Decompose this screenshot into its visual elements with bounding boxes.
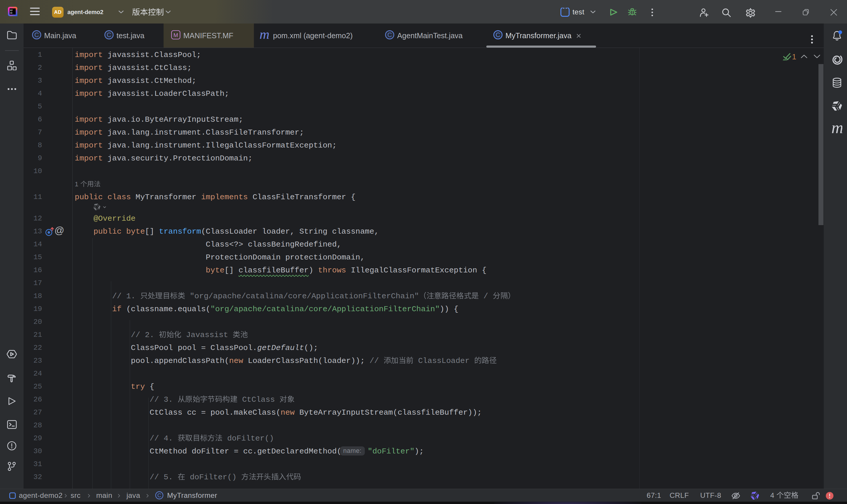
svg-text:m: m (832, 124, 842, 134)
svg-text:C: C (157, 492, 161, 499)
svg-text:m: m (260, 30, 270, 40)
svg-text:IJ: IJ (10, 9, 13, 12)
svg-text:C: C (107, 32, 111, 38)
svg-text:C: C (387, 32, 392, 38)
svg-text:M: M (174, 32, 178, 38)
svg-text:C: C (496, 32, 500, 38)
svg-text:C: C (34, 32, 39, 38)
